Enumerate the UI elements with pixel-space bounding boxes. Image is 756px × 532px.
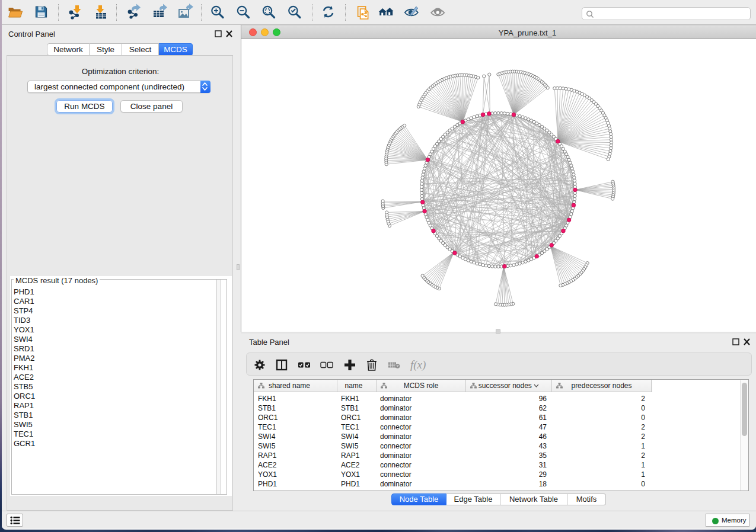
svg-text:f(x): f(x) bbox=[410, 358, 426, 371]
